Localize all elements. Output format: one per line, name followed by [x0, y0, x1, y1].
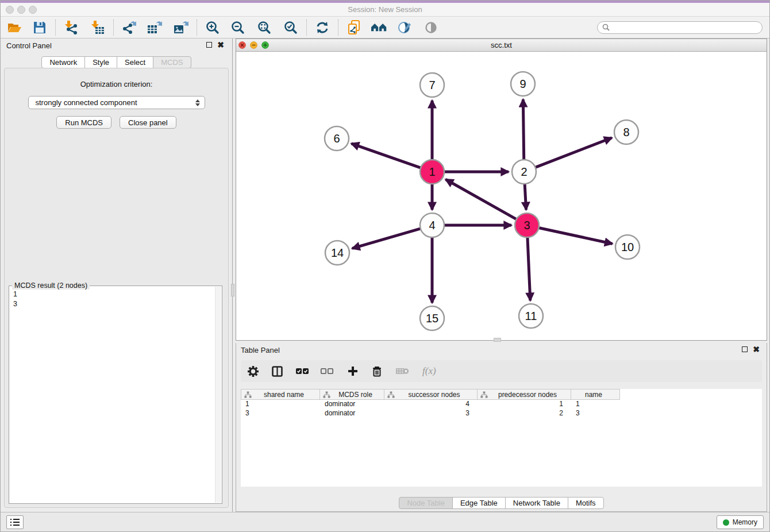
tab-mcds[interactable]: MCDS [153, 56, 191, 68]
style-preview-button[interactable] [396, 20, 413, 36]
save-session-button[interactable] [32, 20, 48, 36]
column-header-name[interactable]: name [571, 389, 620, 400]
add-column-button[interactable] [348, 366, 358, 376]
tab-network[interactable]: Network [41, 56, 85, 68]
graph-node-4[interactable]: 4 [420, 213, 444, 237]
graph-node-15[interactable]: 15 [420, 306, 444, 330]
network-list-button[interactable] [6, 515, 24, 529]
select-all-rows-button[interactable] [296, 368, 309, 375]
column-header-predecessor-nodes[interactable]: predecessor nodes [478, 389, 571, 400]
network-canvas[interactable]: 1234678910111415 [236, 52, 767, 340]
export-table-button[interactable] [147, 20, 163, 36]
zoom-in-button[interactable] [205, 20, 221, 36]
graph-edge-2-8[interactable] [536, 138, 612, 168]
split-table-button[interactable] [272, 366, 283, 377]
zoom-selected-button[interactable] [283, 20, 299, 36]
table-cell[interactable]: 4 [384, 400, 478, 409]
vertical-split-grip[interactable] [231, 284, 234, 296]
table-row[interactable]: 1dominator411 [241, 400, 762, 409]
graph-node-7[interactable]: 7 [420, 73, 444, 97]
close-panel-icon[interactable]: ✖ [753, 346, 760, 352]
float-panel-icon[interactable] [206, 42, 212, 48]
graph-edge-3-11[interactable] [528, 237, 530, 300]
list-icon [10, 518, 20, 526]
mcds-tab-content: Optimization criterion: strongly connect… [4, 68, 229, 508]
svg-text:4: 4 [429, 219, 435, 232]
graph-node-6[interactable]: 6 [325, 126, 349, 151]
graph-node-3[interactable]: 3 [515, 213, 539, 237]
apply-layout-button[interactable] [314, 20, 330, 36]
graph-edge-3-1[interactable] [446, 179, 517, 219]
graph-node-14[interactable]: 14 [325, 241, 349, 265]
tab-network-table[interactable]: Network Table [505, 497, 568, 509]
table-header-row: shared nameMCDS rolesuccessor nodesprede… [241, 389, 762, 400]
graph-edge-1-6[interactable] [351, 144, 421, 168]
import-network-button[interactable] [63, 20, 79, 36]
network-window-title: scc.txt [236, 41, 767, 49]
memory-button[interactable]: Memory [717, 515, 764, 529]
hide-preview-button[interactable] [423, 20, 439, 36]
tab-edge-table[interactable]: Edge Table [452, 497, 506, 509]
zoom-fit-button[interactable] [256, 20, 272, 36]
column-header-successor-nodes[interactable]: successor nodes [384, 389, 478, 400]
control-panel: Control Panel ✖ NetworkStyleSelectMCDS O… [1, 38, 233, 513]
function-builder-button[interactable]: f(x) [422, 365, 436, 377]
table-settings-button[interactable] [248, 366, 259, 377]
search-input[interactable] [613, 24, 762, 32]
table-cell[interactable]: 2 [478, 409, 571, 418]
home-networks-button[interactable] [371, 20, 387, 36]
result-scrollbar[interactable] [215, 287, 221, 503]
graph-edge-2-9[interactable] [523, 99, 523, 160]
graph-node-10[interactable]: 10 [615, 235, 640, 259]
table-cell[interactable]: 3 [571, 409, 620, 418]
tab-style[interactable]: Style [84, 56, 117, 68]
column-header-shared-name[interactable]: shared name [241, 389, 320, 400]
table-cell[interactable]: 3 [241, 409, 320, 418]
run-mcds-button[interactable]: Run MCDS [56, 116, 111, 129]
float-panel-icon[interactable] [742, 346, 748, 352]
graph-edge-2-3[interactable] [525, 184, 526, 210]
graph-edge-4-14[interactable] [352, 229, 421, 249]
mcds-result-text[interactable]: 1 3 [10, 287, 214, 503]
delete-row-button[interactable] [372, 366, 382, 377]
node-table: shared nameMCDS rolesuccessor nodesprede… [241, 389, 762, 487]
close-panel-icon[interactable]: ✖ [217, 42, 224, 48]
toolbar-separator [338, 20, 338, 36]
import-table-button[interactable] [90, 20, 106, 36]
table-cell[interactable]: dominator [320, 400, 384, 409]
zoom-out-button[interactable] [230, 20, 246, 36]
deselect-all-rows-button[interactable] [321, 368, 333, 375]
horizontal-split-grip[interactable] [494, 338, 501, 342]
svg-text:14: 14 [331, 246, 344, 259]
tab-motifs[interactable]: Motifs [568, 497, 604, 509]
tab-node-table[interactable]: Node Table [399, 497, 453, 509]
graph-node-9[interactable]: 9 [511, 72, 535, 96]
export-image-button[interactable] [173, 20, 189, 36]
table-row[interactable]: 3dominator323 [241, 409, 762, 418]
graph-node-2[interactable]: 2 [512, 160, 536, 184]
close-panel-button[interactable]: Close panel [120, 116, 176, 129]
search-field[interactable] [597, 21, 763, 34]
control-panel-tabs: NetworkStyleSelectMCDS [1, 56, 232, 68]
table-cell[interactable]: 1 [571, 400, 620, 409]
toolbar-separator [197, 20, 197, 36]
graph-edge-3-10[interactable] [539, 228, 613, 244]
open-session-button[interactable] [6, 20, 22, 36]
table-cell[interactable]: 1 [478, 400, 571, 409]
column-header-MCDS-role[interactable]: MCDS role [320, 389, 384, 400]
network-window-titlebar[interactable]: scc.txt [236, 39, 767, 52]
graph-node-1[interactable]: 1 [420, 160, 444, 184]
toolbar-separator [55, 20, 56, 36]
tab-select[interactable]: Select [117, 56, 153, 68]
criterion-select[interactable]: strongly connected component [28, 96, 205, 109]
table-cell[interactable]: 1 [241, 400, 320, 409]
table-cell[interactable]: 3 [384, 409, 478, 418]
svg-text:9: 9 [519, 78, 526, 90]
export-network-button[interactable] [121, 20, 137, 36]
table-cell[interactable]: dominator [320, 409, 384, 418]
search-icon [602, 24, 610, 31]
graph-node-11[interactable]: 11 [519, 304, 543, 328]
delete-column-button[interactable] [396, 367, 409, 375]
graph-node-8[interactable]: 8 [614, 120, 638, 144]
clone-network-button[interactable] [346, 20, 362, 36]
